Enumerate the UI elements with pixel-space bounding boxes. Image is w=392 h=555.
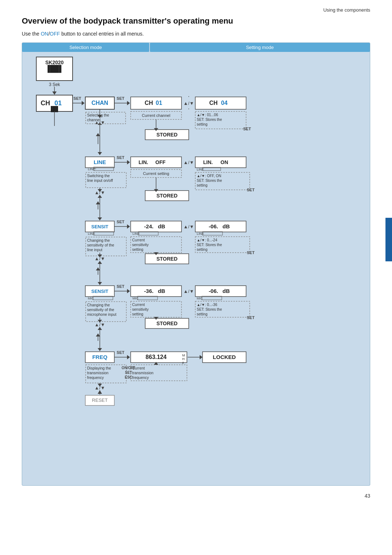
svg-text:-06.: -06. — [209, 223, 218, 229]
svg-marker-47 — [98, 152, 102, 155]
svg-text:04: 04 — [221, 100, 228, 106]
svg-text:SET: SET — [125, 371, 132, 375]
svg-text:sensitivity of the: sensitivity of the — [87, 243, 114, 247]
svg-text:line input: line input — [87, 248, 102, 252]
svg-marker-104 — [127, 224, 130, 229]
svg-text:CH: CH — [144, 100, 153, 106]
svg-text:▲/▼: ▲/▼ — [183, 101, 194, 106]
svg-text:SET: SET — [73, 96, 81, 101]
svg-text:Switching the: Switching the — [87, 174, 110, 178]
svg-rect-116 — [195, 221, 246, 232]
svg-marker-62 — [98, 195, 102, 198]
svg-text:frequency: frequency — [87, 375, 104, 380]
svg-text:▲/▼: ▲/▼ — [183, 289, 194, 294]
svg-text:SET: Stores the: SET: Stores the — [197, 243, 222, 247]
svg-text:dB: dB — [222, 223, 230, 229]
svg-text:Changing the: Changing the — [87, 238, 110, 242]
svg-text:STORED: STORED — [156, 193, 177, 199]
svg-text:ESC: ESC — [125, 375, 132, 379]
svg-text:z: z — [182, 361, 184, 364]
svg-text:sensitivity: sensitivity — [132, 307, 149, 311]
svg-text:transmission: transmission — [87, 371, 109, 375]
svg-marker-148 — [127, 289, 130, 293]
svg-text:setting: setting — [132, 312, 143, 316]
svg-text:SET: SET — [117, 284, 124, 289]
svg-marker-188 — [98, 390, 102, 394]
svg-text:SET: SET — [117, 350, 124, 355]
svg-marker-131 — [98, 282, 102, 285]
svg-marker-102 — [98, 261, 102, 264]
svg-text:dB: dB — [158, 288, 165, 294]
svg-text:STORED: STORED — [156, 132, 177, 138]
svg-text:transmission: transmission — [132, 371, 154, 375]
svg-text:H: H — [182, 357, 185, 361]
diagram-container: Selection mode Setting mode SK2020 ▐██▌ … — [22, 42, 370, 486]
svg-text:Selecting the: Selecting the — [87, 113, 109, 117]
svg-text:setting: setting — [132, 247, 143, 252]
blue-sidebar-marker — [385, 218, 392, 261]
svg-text:dB: dB — [222, 288, 230, 294]
svg-text:SET: Stores the: SET: Stores the — [197, 179, 222, 183]
svg-text:LOCKED: LOCKED — [213, 354, 236, 360]
svg-text:01: 01 — [54, 99, 62, 107]
svg-text:SET: SET — [117, 220, 124, 224]
svg-marker-89 — [96, 201, 100, 204]
svg-text:CH: CH — [41, 99, 50, 107]
svg-text:863.124: 863.124 — [146, 354, 167, 360]
svg-text:Displaying the: Displaying the — [87, 366, 111, 370]
section-label: Using the components — [323, 7, 370, 13]
svg-text:Current setting: Current setting — [143, 171, 169, 176]
svg-text:Current: Current — [132, 238, 145, 242]
header-section: Using the components — [22, 7, 370, 13]
svg-text:Changing the: Changing the — [87, 303, 110, 307]
svg-text:setting: setting — [197, 122, 207, 126]
svg-text:ON: ON — [221, 159, 228, 165]
svg-text:setting: setting — [197, 183, 207, 187]
on-label: ON — [41, 31, 48, 37]
svg-text:STORED: STORED — [156, 321, 177, 326]
svg-text:▲/▼: 0...-36: ▲/▼: 0...-36 — [197, 303, 217, 307]
svg-text:SENSIT: SENSIT — [91, 224, 109, 229]
svg-marker-49 — [96, 133, 100, 136]
svg-text:CHAN: CHAN — [91, 100, 108, 106]
svg-text:line input on/off: line input on/off — [87, 178, 113, 183]
svg-marker-146 — [98, 327, 102, 330]
setting-mode-header: Setting mode — [150, 43, 370, 52]
page-title: Overview of the bodypack transmitter's o… — [22, 16, 370, 26]
svg-text:LINE: LINE — [94, 159, 106, 165]
svg-text:OFF: OFF — [155, 159, 166, 165]
svg-text:SET: SET — [247, 250, 255, 255]
svg-text:-36.: -36. — [144, 288, 154, 294]
svg-marker-133 — [96, 268, 100, 270]
svg-text:microphone input: microphone input — [87, 312, 117, 317]
svg-text:▲/▼: 01...06: ▲/▼: 01...06 — [197, 113, 218, 117]
svg-text:Current: Current — [132, 302, 145, 307]
svg-text:Current channel: Current channel — [142, 113, 170, 118]
svg-text:3 Sek: 3 Sek — [49, 82, 61, 87]
svg-text:01: 01 — [156, 100, 162, 106]
svg-text:FREQ: FREQ — [92, 354, 107, 360]
svg-text:-24.: -24. — [144, 223, 154, 229]
svg-text:CH: CH — [209, 100, 217, 106]
svg-text:sensitivity of the: sensitivity of the — [87, 307, 114, 312]
svg-text:LIN.: LIN. — [139, 159, 148, 165]
svg-rect-34 — [195, 97, 246, 109]
svg-marker-24 — [127, 101, 130, 105]
svg-marker-64 — [127, 160, 130, 164]
svg-text:frequency: frequency — [132, 375, 149, 380]
svg-rect-106 — [131, 221, 181, 232]
off-label: OFF — [50, 31, 60, 37]
svg-text:setting: setting — [197, 312, 207, 316]
svg-marker-177 — [96, 334, 100, 336]
svg-text:RESET: RESET — [92, 397, 107, 403]
svg-text:SET: SET — [243, 127, 251, 131]
svg-text:▲/▼: 0...-24: ▲/▼: 0...-24 — [197, 238, 217, 242]
svg-marker-192 — [127, 355, 130, 359]
svg-text:SK2020: SK2020 — [45, 60, 64, 65]
svg-rect-160 — [195, 286, 246, 297]
svg-text:setting: setting — [197, 248, 207, 252]
svg-marker-200 — [200, 355, 203, 359]
svg-text:SENSIT: SENSIT — [91, 289, 109, 294]
svg-text:▲/▼: OFF, ON: ▲/▼: OFF, ON — [197, 174, 221, 178]
svg-text:SET: SET — [247, 315, 255, 320]
